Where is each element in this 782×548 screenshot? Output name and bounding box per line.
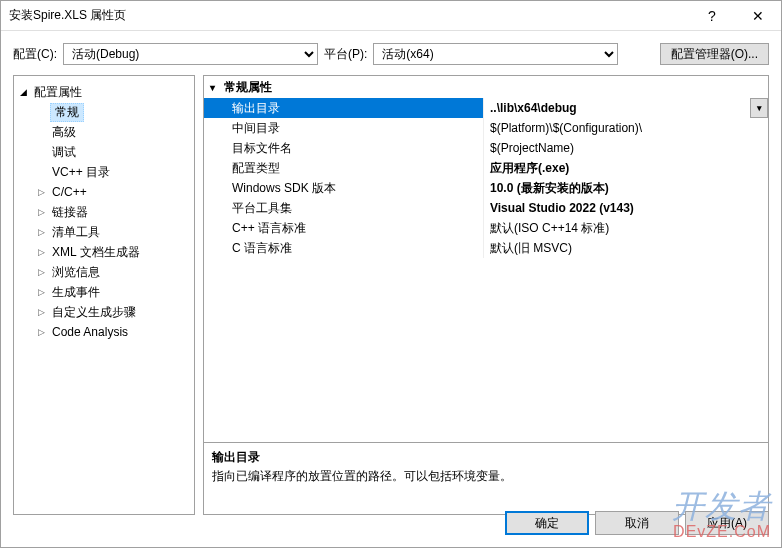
property-row[interactable]: 输出目录..\lib\x64\debug▾ <box>204 98 768 118</box>
apply-button[interactable]: 应用(A) <box>685 511 769 535</box>
tree-item-label: VC++ 目录 <box>50 164 110 181</box>
dropdown-button[interactable]: ▾ <box>750 98 768 118</box>
tree-item[interactable]: ▷浏览信息 <box>14 262 194 282</box>
tree-item-label: XML 文档生成器 <box>50 244 140 261</box>
property-row[interactable]: C++ 语言标准默认(ISO C++14 标准) <box>204 218 768 238</box>
chevron-right-icon: ▷ <box>38 287 50 297</box>
titlebar: 安装Spire.XLS 属性页 ? ✕ <box>1 1 781 31</box>
property-name: 平台工具集 <box>204 198 484 218</box>
property-value[interactable]: 应用程序(.exe) <box>484 158 768 178</box>
window-controls: ? ✕ <box>689 1 781 31</box>
nav-tree[interactable]: ◢ 配置属性 常规高级调试VC++ 目录▷C/C++▷链接器▷清单工具▷XML … <box>13 75 195 515</box>
chevron-right-icon: ▷ <box>38 247 50 257</box>
property-name: 配置类型 <box>204 158 484 178</box>
tree-item[interactable]: ▷C/C++ <box>14 182 194 202</box>
tree-item[interactable]: 调试 <box>14 142 194 162</box>
tree-item-label: C/C++ <box>50 185 87 199</box>
property-name: Windows SDK 版本 <box>204 178 484 198</box>
tree-item-label: 生成事件 <box>50 284 100 301</box>
group-header[interactable]: ▾ 常规属性 <box>204 76 768 98</box>
property-row[interactable]: 配置类型应用程序(.exe) <box>204 158 768 178</box>
cancel-button[interactable]: 取消 <box>595 511 679 535</box>
tree-item-label: 清单工具 <box>50 224 100 241</box>
tree-item[interactable]: 高级 <box>14 122 194 142</box>
tree-item-label: 调试 <box>50 144 76 161</box>
tree-item-label: 链接器 <box>50 204 88 221</box>
platform-select[interactable]: 活动(x64) <box>373 43 618 65</box>
chevron-right-icon: ▷ <box>38 327 50 337</box>
tree-item-label: 高级 <box>50 124 76 141</box>
chevron-right-icon: ▷ <box>38 267 50 277</box>
property-value[interactable]: 10.0 (最新安装的版本) <box>484 178 768 198</box>
chevron-down-icon: ▾ <box>210 82 224 93</box>
config-label: 配置(C): <box>13 46 57 63</box>
tree-root[interactable]: ◢ 配置属性 <box>14 82 194 102</box>
property-row[interactable]: 平台工具集Visual Studio 2022 (v143) <box>204 198 768 218</box>
help-button[interactable]: ? <box>689 1 735 31</box>
description-title: 输出目录 <box>212 449 760 466</box>
tree-item[interactable]: ▷XML 文档生成器 <box>14 242 194 262</box>
tree-item-label: 自定义生成步骤 <box>50 304 136 321</box>
property-name: C 语言标准 <box>204 238 484 258</box>
property-row[interactable]: C 语言标准默认(旧 MSVC) <box>204 238 768 258</box>
tree-item[interactable]: VC++ 目录 <box>14 162 194 182</box>
config-select[interactable]: 活动(Debug) <box>63 43 318 65</box>
property-value[interactable]: $(ProjectName) <box>484 138 768 158</box>
description-body: 指向已编译程序的放置位置的路径。可以包括环境变量。 <box>212 468 760 485</box>
property-name: 中间目录 <box>204 118 484 138</box>
ok-button[interactable]: 确定 <box>505 511 589 535</box>
platform-label: 平台(P): <box>324 46 367 63</box>
chevron-right-icon: ▷ <box>38 227 50 237</box>
tree-item[interactable]: ▷自定义生成步骤 <box>14 302 194 322</box>
property-grid: ▾ 常规属性 输出目录..\lib\x64\debug▾中间目录$(Platfo… <box>204 76 768 442</box>
tree-item[interactable]: ▷链接器 <box>14 202 194 222</box>
tree-item[interactable]: ▷清单工具 <box>14 222 194 242</box>
toolbar: 配置(C): 活动(Debug) 平台(P): 活动(x64) 配置管理器(O)… <box>1 31 781 75</box>
tree-item[interactable]: 常规 <box>14 102 194 122</box>
property-value[interactable]: 默认(旧 MSVC) <box>484 238 768 258</box>
property-row[interactable]: Windows SDK 版本10.0 (最新安装的版本) <box>204 178 768 198</box>
property-row[interactable]: 目标文件名$(ProjectName) <box>204 138 768 158</box>
property-value[interactable]: Visual Studio 2022 (v143) <box>484 198 768 218</box>
property-name: C++ 语言标准 <box>204 218 484 238</box>
tree-item[interactable]: ▷Code Analysis <box>14 322 194 342</box>
tree-item-label: Code Analysis <box>50 325 128 339</box>
property-value[interactable]: $(Platform)\$(Configuration)\ <box>484 118 768 138</box>
property-panel: ▾ 常规属性 输出目录..\lib\x64\debug▾中间目录$(Platfo… <box>203 75 769 515</box>
property-name: 输出目录 <box>204 98 484 118</box>
tree-item-label: 浏览信息 <box>50 264 100 281</box>
property-row[interactable]: 中间目录$(Platform)\$(Configuration)\ <box>204 118 768 138</box>
window-title: 安装Spire.XLS 属性页 <box>9 7 689 24</box>
property-value[interactable]: ..\lib\x64\debug▾ <box>484 98 768 118</box>
property-value[interactable]: 默认(ISO C++14 标准) <box>484 218 768 238</box>
property-name: 目标文件名 <box>204 138 484 158</box>
chevron-right-icon: ▷ <box>38 207 50 217</box>
main-area: ◢ 配置属性 常规高级调试VC++ 目录▷C/C++▷链接器▷清单工具▷XML … <box>13 75 769 515</box>
chevron-down-icon: ◢ <box>20 87 32 97</box>
chevron-right-icon: ▷ <box>38 187 50 197</box>
chevron-right-icon: ▷ <box>38 307 50 317</box>
tree-item[interactable]: ▷生成事件 <box>14 282 194 302</box>
close-button[interactable]: ✕ <box>735 1 781 31</box>
config-manager-button[interactable]: 配置管理器(O)... <box>660 43 769 65</box>
tree-item-label: 常规 <box>50 103 84 122</box>
description-box: 输出目录 指向已编译程序的放置位置的路径。可以包括环境变量。 <box>204 442 768 514</box>
dialog-buttons: 确定 取消 应用(A) <box>505 511 769 535</box>
